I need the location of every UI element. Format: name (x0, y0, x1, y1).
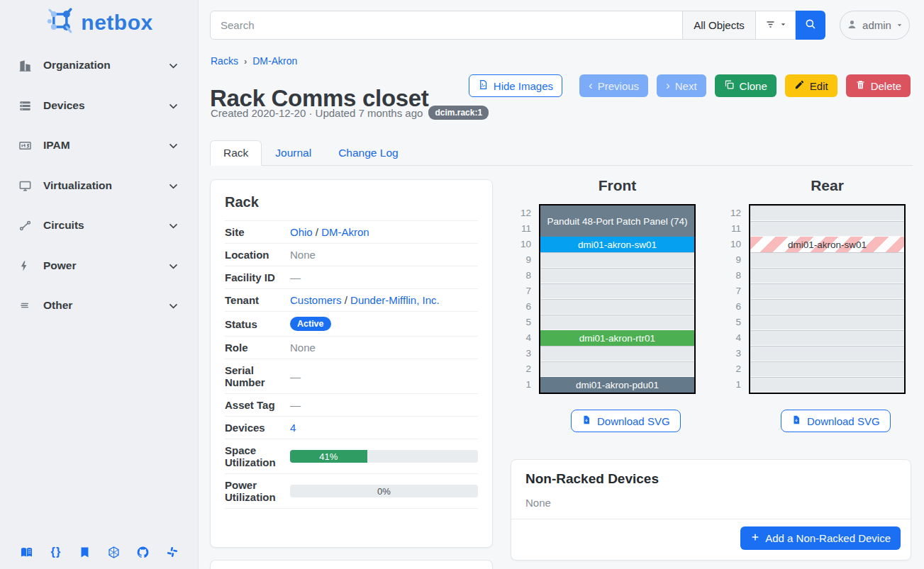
sidebar-item-ipam[interactable]: IPAM (10, 131, 189, 159)
journal-icon[interactable] (77, 545, 91, 559)
rack-unit-slot[interactable] (750, 377, 904, 393)
sidebar-item-devices[interactable]: Devices (10, 91, 189, 120)
edit-button[interactable]: Edit (785, 74, 837, 97)
sidebar-item-organization[interactable]: Organization (10, 51, 189, 79)
rack-unit-slot[interactable] (540, 283, 694, 299)
table-row: Location None (225, 244, 478, 266)
table-row: Space Utilization 41% (225, 439, 478, 474)
table-row: Facility ID — (225, 266, 478, 289)
rack-unit-slot[interactable] (750, 283, 904, 299)
next-button[interactable]: › Next (657, 74, 706, 97)
rack-unit-slot[interactable] (750, 330, 904, 346)
panel-title: Rack (225, 194, 478, 210)
unit-number: 4 (511, 330, 531, 346)
rack-unit-slot[interactable] (540, 315, 694, 330)
site-region-link[interactable]: Ohio (290, 226, 313, 238)
circuit-icon (18, 218, 33, 232)
table-row: Site Ohio / DM-Akron (225, 221, 478, 244)
rack-unit-slot[interactable] (540, 299, 694, 315)
pencil-icon (794, 79, 805, 92)
docs-icon[interactable] (19, 545, 33, 559)
table-row: Asset Tag — (225, 394, 478, 417)
sidebar-item-circuits[interactable]: Circuits (10, 211, 189, 240)
netbox-logo-icon (45, 6, 76, 40)
netbox-logo[interactable]: netbox (45, 6, 152, 40)
search-submit-button[interactable] (796, 11, 825, 40)
hide-images-label: Hide Images (494, 80, 553, 92)
edit-label: Edit (810, 80, 828, 92)
delete-button[interactable]: Delete (846, 74, 911, 97)
unit-number: 7 (511, 283, 531, 299)
rear-elevation-title: Rear (749, 177, 906, 194)
tenant-link[interactable]: Dunder-Mifflin, Inc. (350, 294, 440, 306)
search-scope-dropdown[interactable]: All Objects (683, 11, 756, 40)
rack-unit-slot[interactable] (540, 268, 694, 283)
path-separator: / (316, 226, 318, 238)
tenant-group-link[interactable]: Customers (290, 294, 342, 306)
sidebar-item-power[interactable]: Power (10, 252, 189, 280)
graphql-icon[interactable] (107, 545, 121, 559)
download-svg-front-button[interactable]: Download SVG (571, 410, 681, 432)
add-non-racked-device-label: Add a Non-Racked Device (765, 532, 891, 544)
tab-journal[interactable]: Journal (262, 140, 325, 166)
plus-icon (750, 532, 760, 544)
breadcrumb-dm-akron[interactable]: DM-Akron (252, 55, 297, 67)
rack-unit-slot[interactable] (540, 252, 694, 268)
site-link[interactable]: DM-Akron (321, 226, 369, 238)
copy-icon (724, 79, 735, 92)
front-unit-numbers: 121110987654321 (511, 205, 531, 393)
rack-device[interactable]: dmi01-akron-sw01 (750, 237, 904, 252)
role-value: None (290, 342, 316, 354)
sidebar-item-virtualization[interactable]: Virtualization (10, 171, 189, 200)
lightning-icon (18, 259, 33, 273)
devices-count-link[interactable]: 4 (290, 422, 296, 434)
rack-unit-slot[interactable] (750, 346, 904, 361)
chevron-down-icon (167, 219, 180, 232)
chevron-left-icon: ‹ (589, 79, 593, 91)
rack-unit-slot[interactable] (750, 315, 904, 330)
unit-number: 8 (511, 268, 531, 283)
rack-unit-slot[interactable] (750, 361, 904, 377)
rack-unit-slot[interactable] (750, 221, 904, 237)
github-icon[interactable] (136, 545, 150, 559)
add-non-racked-device-button[interactable]: Add a Non-Racked Device (740, 526, 901, 550)
sidebar-item-label: IPAM (43, 139, 167, 152)
unit-number: 5 (721, 315, 741, 330)
filter-icon (764, 18, 777, 33)
rack-unit-slot[interactable] (750, 205, 904, 221)
download-svg-label: Download SVG (597, 415, 670, 427)
unit-number: 2 (511, 361, 531, 377)
rack-device[interactable]: dmi01-akron-pdu01 (540, 377, 694, 393)
code-braces-icon[interactable]: { } (48, 545, 62, 559)
rack-unit-slot[interactable] (750, 299, 904, 315)
rack-unit-slot[interactable] (750, 252, 904, 268)
sidebar-item-label: Power (43, 259, 167, 272)
tab-rack[interactable]: Rack (210, 140, 262, 166)
user-menu[interactable]: admin (840, 11, 910, 40)
tab-change-log[interactable]: Change Log (325, 140, 411, 166)
rack-device[interactable]: dmi01-akron-rtr01 (540, 330, 694, 346)
clone-button[interactable]: Clone (715, 74, 777, 97)
user-name: admin (862, 19, 891, 31)
menu-lines-icon (18, 298, 33, 312)
search-input[interactable] (210, 11, 683, 40)
hide-images-button[interactable]: Hide Images (469, 74, 562, 97)
tenant-label: Tenant (225, 289, 289, 312)
front-rack-elevation: Panduit 48-Port Patch Panel (74)dmi01-ak… (539, 204, 696, 394)
rack-unit-slot[interactable] (540, 346, 694, 361)
rack-device[interactable]: dmi01-akron-sw01 (540, 237, 694, 252)
slack-icon[interactable] (165, 545, 179, 559)
unit-number: 10 (721, 237, 741, 252)
rear-unit-numbers: 121110987654321 (721, 205, 741, 393)
previous-button[interactable]: ‹ Previous (579, 74, 648, 97)
search-filter-button[interactable] (756, 11, 796, 40)
download-svg-rear-button[interactable]: Download SVG (781, 410, 891, 432)
rack-unit-slot[interactable] (540, 361, 694, 377)
breadcrumb-racks[interactable]: Racks (211, 55, 238, 67)
previous-label: Previous (598, 80, 639, 92)
rack-unit-slot[interactable] (750, 268, 904, 283)
sidebar-item-other[interactable]: Other (10, 291, 189, 320)
chevron-down-icon (167, 259, 180, 272)
rack-device[interactable]: Panduit 48-Port Patch Panel (74) (540, 205, 694, 237)
tab-bar: Rack Journal Change Log (210, 140, 913, 166)
